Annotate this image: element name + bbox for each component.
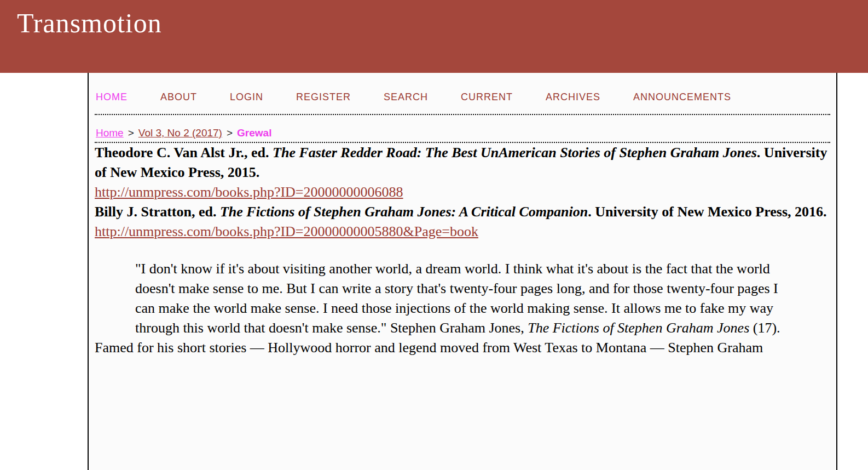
main-nav: HOME ABOUT LOGIN REGISTER SEARCH CURRENT…: [95, 73, 830, 115]
nav-item-announcements[interactable]: ANNOUNCEMENTS: [633, 91, 731, 103]
pull-quote: "I don't know if it's about visiting ano…: [135, 259, 798, 338]
book-link-line-1: http://unmpress.com/books.php?ID=2000000…: [95, 182, 830, 202]
citation-paragraph-1: Theodore C. Van Alst Jr., ed. The Faster…: [95, 143, 830, 182]
site-title: Transmotion: [17, 7, 868, 39]
partial-paragraph: Famed for his short stories — Hollywood …: [95, 338, 830, 358]
book-link-2[interactable]: http://unmpress.com/books.php?ID=2000000…: [95, 223, 478, 239]
nav-item-home[interactable]: HOME: [96, 91, 128, 103]
quote-work-title: The Fictions of Stephen Graham Jones: [528, 320, 749, 336]
nav-item-archives[interactable]: ARCHIVES: [546, 91, 600, 103]
nav-item-search[interactable]: SEARCH: [384, 91, 428, 103]
nav-item-login[interactable]: LOGIN: [230, 91, 263, 103]
book-link-1[interactable]: http://unmpress.com/books.php?ID=2000000…: [95, 184, 403, 200]
review-content: Theodore C. Van Alst Jr., ed. The Faster…: [95, 143, 830, 358]
page-frame: HOME ABOUT LOGIN REGISTER SEARCH CURRENT…: [88, 73, 837, 470]
nav-item-register[interactable]: REGISTER: [296, 91, 351, 103]
book-link-line-2: http://unmpress.com/books.php?ID=2000000…: [95, 222, 830, 242]
quote-page-ref: (17).: [749, 320, 780, 336]
citation-1-book-title: The Faster Redder Road: The Best UnAmeri…: [273, 145, 757, 161]
citation-1-authors: Theodore C. Van Alst Jr., ed.: [95, 145, 273, 161]
breadcrumb-current-page: Grewal: [237, 127, 271, 139]
nav-item-about[interactable]: ABOUT: [160, 91, 197, 103]
breadcrumb-issue-link[interactable]: Vol 3, No 2 (2017): [138, 127, 222, 139]
breadcrumb-separator: >: [128, 127, 134, 139]
citation-2-publisher: . University of New Mexico Press, 2016.: [588, 204, 826, 220]
breadcrumb: Home>Vol 3, No 2 (2017)>Grewal: [95, 115, 830, 143]
citation-2-authors: Billy J. Stratton, ed.: [95, 204, 220, 220]
site-header: Transmotion: [0, 0, 868, 73]
breadcrumb-home-link[interactable]: Home: [96, 127, 124, 139]
breadcrumb-separator: >: [227, 127, 233, 139]
citation-2-book-title: The Fictions of Stephen Graham Jones: A …: [220, 204, 588, 220]
citation-paragraph-2: Billy J. Stratton, ed. The Fictions of S…: [95, 202, 830, 222]
nav-item-current[interactable]: CURRENT: [461, 91, 513, 103]
